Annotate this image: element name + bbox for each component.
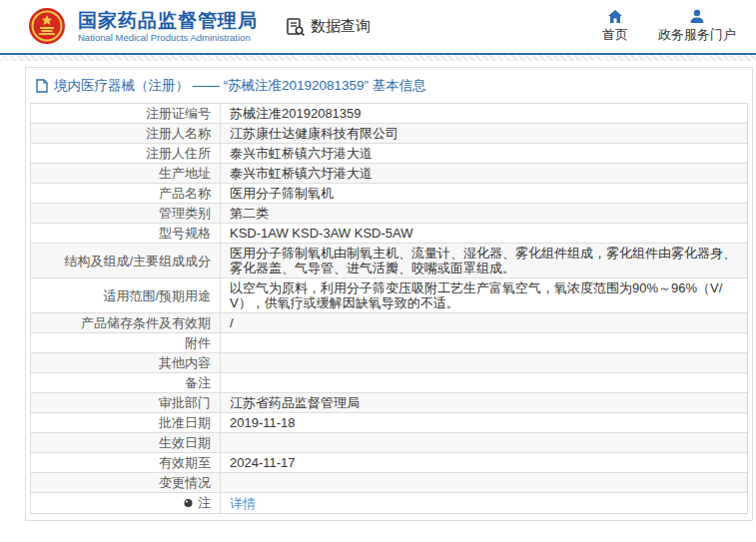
detail-link[interactable]: 详情 [230, 496, 256, 511]
row-value: / [230, 315, 234, 330]
note-icon [184, 496, 193, 511]
row-value: KSD-1AW KSD-3AW KSD-5AW [230, 226, 412, 241]
page: 国家药品监督管理局 National Medical Products Admi… [0, 0, 756, 521]
row-value: 医用分子筛制氧机由制氧主机、流量计、湿化器、雾化组件组成，雾化组件由雾化器身、雾… [230, 246, 736, 275]
row-label: 变更情况 [159, 475, 211, 490]
table-row: 产品名称 医用分子筛制氧机 [31, 184, 748, 204]
table-row: 管理类别 第二类 [31, 204, 748, 224]
brand-logo-block[interactable]: 国家药品监督管理局 National Medical Products Admi… [26, 6, 258, 48]
agency-name: 国家药品监督管理局 [78, 10, 258, 32]
nav-home[interactable]: 首页 [602, 9, 628, 44]
row-label: 备注 [185, 375, 211, 390]
user-icon [689, 9, 705, 24]
national-emblem-logo [26, 6, 68, 48]
content-box: 境内医疗器械（注册） —— “苏械注准20192081359” 基本信息 注册证… [25, 67, 753, 521]
document-icon [36, 79, 48, 93]
table-row: 批准日期 2019-11-18 [31, 413, 748, 433]
table-row: 注册证编号 苏械注准20192081359 [31, 104, 748, 124]
row-label: 其他内容 [159, 355, 211, 370]
row-value: 2024-11-17 [230, 455, 296, 470]
table-row: 产品储存条件及有效期 / [31, 313, 748, 333]
table-row: 结构及组成/主要组成成分 医用分子筛制氧机由制氧主机、流量计、湿化器、雾化组件组… [31, 244, 748, 278]
row-value: 泰兴市虹桥镇六圩港大道 [230, 166, 373, 181]
nav-portal[interactable]: 政务服务门户 [658, 9, 736, 44]
row-value: 江苏康仕达健康科技有限公司 [230, 126, 398, 141]
row-value: 以空气为原料，利用分子筛变压吸附工艺生产富氧空气，氧浓度范围为90%～96%（V… [230, 280, 722, 310]
table-row: 有效期至 2024-11-17 [31, 453, 748, 473]
table-row: 附件 [31, 333, 748, 353]
row-label: 注 [198, 495, 211, 510]
row-value: 第二类 [230, 206, 269, 221]
table-row: 变更情况 [31, 473, 748, 493]
table-row: 注 详情 [31, 493, 748, 514]
row-label: 附件 [185, 335, 211, 350]
page-title-text: 境内医疗器械（注册） —— “苏械注准20192081359” 基本信息 [54, 77, 426, 95]
info-table: 注册证编号 苏械注准20192081359 注册人名称 江苏康仕达健康科技有限公… [30, 103, 748, 514]
table-row: 适用范围/预期用途 以空气为原料，利用分子筛变压吸附工艺生产富氧空气，氧浓度范围… [31, 278, 748, 313]
table-row: 其他内容 [31, 353, 748, 373]
row-label: 生效日期 [159, 435, 211, 450]
row-value: 江苏省药品监督管理局 [230, 395, 360, 410]
table-row: 生产地址 泰兴市虹桥镇六圩港大道 [31, 164, 748, 184]
home-icon [607, 9, 623, 24]
site-header: 国家药品监督管理局 National Medical Products Admi… [0, 0, 756, 55]
table-row: 注册人名称 江苏康仕达健康科技有限公司 [31, 124, 748, 144]
page-title: 境内医疗器械（注册） —— “苏械注准20192081359” 基本信息 [30, 68, 748, 103]
decorative-stripe [0, 55, 756, 61]
row-label: 注册人名称 [146, 126, 211, 141]
data-query-icon [286, 17, 306, 37]
row-label: 审批部门 [159, 395, 211, 410]
row-value: 泰兴市虹桥镇六圩港大道 [230, 146, 373, 161]
row-label: 管理类别 [159, 206, 211, 221]
brand-text: 国家药品监督管理局 National Medical Products Admi… [78, 10, 258, 44]
table-row: 备注 [31, 373, 748, 393]
table-row: 型号规格 KSD-1AW KSD-3AW KSD-5AW [31, 224, 748, 244]
table-row: 生效日期 [31, 433, 748, 453]
row-label: 型号规格 [159, 226, 211, 241]
row-value: 2019-11-18 [230, 415, 296, 430]
info-table-body: 注册证编号 苏械注准20192081359 注册人名称 江苏康仕达健康科技有限公… [31, 104, 748, 514]
row-label: 注册人住所 [146, 146, 211, 161]
table-row: 审批部门 江苏省药品监督管理局 [31, 393, 748, 413]
data-query-menu[interactable]: 数据查询 [286, 17, 371, 37]
header-nav: 首页 政务服务门户 [602, 9, 744, 44]
row-label: 结构及组成/主要组成成分 [64, 254, 211, 269]
row-label: 产品名称 [159, 186, 211, 201]
nav-portal-label: 政务服务门户 [658, 26, 736, 44]
data-query-label: 数据查询 [311, 17, 371, 36]
row-label: 有效期至 [159, 455, 211, 470]
row-value: 苏械注准20192081359 [230, 106, 362, 121]
row-label: 生产地址 [159, 166, 211, 181]
row-label: 批准日期 [159, 415, 211, 430]
row-label: 适用范围/预期用途 [103, 288, 211, 303]
row-label: 产品储存条件及有效期 [81, 315, 211, 330]
row-label: 注册证编号 [146, 106, 211, 121]
table-row: 注册人住所 泰兴市虹桥镇六圩港大道 [31, 144, 748, 164]
nav-home-label: 首页 [602, 26, 628, 44]
row-value: 医用分子筛制氧机 [230, 186, 334, 201]
agency-name-en: National Medical Products Administration [78, 32, 258, 44]
